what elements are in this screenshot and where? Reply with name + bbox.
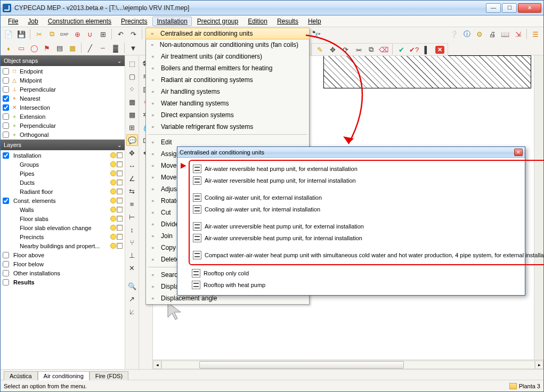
unit-option[interactable]: Air-water unreversible heat pump unit, f… [193, 232, 544, 244]
vtool-grid2-icon[interactable]: ▩ [126, 109, 138, 120]
layer-visibility-icon[interactable] [110, 216, 116, 222]
layer-checkbox[interactable] [3, 279, 9, 285]
vtool-swap-icon[interactable]: ⇆ [126, 185, 138, 197]
close-button[interactable]: ✕ [518, 3, 541, 13]
layer-visibility-icon[interactable] [110, 207, 116, 213]
layer-visibility-icon[interactable] [110, 170, 116, 176]
snap-row[interactable]: ＋ Orthogonal [1, 130, 125, 139]
menu-precinct-group[interactable]: Precinct group [193, 17, 242, 26]
menu-construction[interactable]: Construction elements [44, 17, 116, 26]
scroll-left-button[interactable]: ◂ [153, 361, 161, 369]
dropdown-item[interactable]: ▫Direct expansion systems [146, 109, 309, 121]
new-icon[interactable]: 📄 [3, 28, 14, 40]
table-icon[interactable]: ▤ [54, 42, 66, 54]
layer-row[interactable]: Radiant floor [1, 187, 125, 196]
unit-option[interactable]: Air-water reversible heat pump unit, for… [193, 175, 544, 186]
vtool-displace-icon[interactable]: ↗ [126, 293, 138, 305]
snap-row[interactable]: ＋ Extension [1, 112, 125, 121]
vtool-align-icon[interactable]: ≡ [126, 198, 138, 210]
copy-icon[interactable]: ⧉ [46, 28, 58, 40]
scroll-thumb[interactable] [199, 361, 404, 369]
snap-row[interactable]: △ Midpoint [1, 76, 125, 85]
vtool-search-icon[interactable]: 🔍 [126, 280, 138, 292]
vtool-split-icon[interactable]: ⊢ [126, 211, 138, 223]
dropdown-item[interactable]: ▫Air treatment units (air conditioners) [146, 51, 309, 62]
layer-visibility-icon[interactable] [110, 179, 116, 185]
rect-icon[interactable]: ▭ [15, 42, 27, 54]
menu-job[interactable]: Job [23, 17, 42, 26]
vtool-grid1-icon[interactable]: ▦ [126, 96, 138, 108]
vtool-branch-icon[interactable]: ⑂ [126, 236, 138, 248]
snap-checkbox[interactable] [3, 86, 9, 93]
fill-icon[interactable]: ▓ [110, 42, 121, 54]
grid-config-icon[interactable]: ⊞ [97, 28, 109, 40]
minimize-button[interactable]: — [486, 3, 501, 13]
layer-checkbox[interactable] [3, 261, 9, 267]
layer-row[interactable]: Ducts [1, 178, 125, 187]
snap-checkbox[interactable] [3, 132, 9, 138]
layer-row[interactable]: Results [1, 277, 125, 287]
snap-row[interactable]: ✕ Intersection [1, 103, 125, 112]
layer-lock-icon[interactable] [117, 243, 123, 249]
undo-icon[interactable]: ↶ [115, 28, 126, 40]
magnet-icon[interactable]: ∪ [84, 28, 96, 40]
layer-visibility-icon[interactable] [110, 234, 116, 240]
scroll-right-button[interactable]: ▸ [535, 361, 543, 369]
layer-lock-icon[interactable] [117, 198, 123, 203]
layer-row[interactable]: Nearby buildings and propert... [1, 241, 125, 250]
vtool-dims-icon[interactable]: ↔ [126, 160, 138, 172]
layer-lock-icon[interactable] [117, 189, 123, 194]
layer-checkbox[interactable] [3, 252, 9, 258]
rotate-tool-icon[interactable]: ⟳ [339, 44, 351, 55]
copy-tool-icon[interactable]: ⧉ [365, 44, 377, 55]
layer-lock-icon[interactable] [117, 207, 123, 213]
layer-visibility-icon[interactable] [110, 161, 116, 167]
layer-row[interactable]: Const. elements [1, 196, 125, 205]
save-icon[interactable]: 💾 [15, 28, 27, 40]
move-icon[interactable]: ✥ [327, 44, 338, 55]
layer-row[interactable]: Walls [1, 205, 125, 214]
stop-lite-icon[interactable]: ▌ [421, 44, 433, 55]
export-icon[interactable]: ⇲ [512, 28, 524, 40]
dropdown-item[interactable]: ▫Non-autonomous air conditioning units (… [146, 39, 309, 51]
check-icon[interactable]: ✔ [395, 44, 407, 55]
dropdown-item[interactable]: ▫Air handling systems [146, 86, 309, 97]
layer-checkbox[interactable] [3, 270, 9, 276]
snap-row[interactable]: ⌖ Nearest [1, 94, 125, 103]
vtool-dots-icon[interactable]: ⁘ [126, 83, 138, 95]
layer-checkbox[interactable] [3, 198, 9, 204]
vtool-angle2-icon[interactable]: ⟀ [126, 306, 138, 317]
floor-icon[interactable]: ▦ [67, 42, 78, 54]
layer-icon[interactable]: ⬧ [3, 42, 14, 54]
dash-icon[interactable]: ┄ [97, 42, 109, 54]
layers-title[interactable]: Layers ⌄ [1, 140, 125, 150]
vtool-angle-icon[interactable]: ∠ [126, 173, 138, 184]
unit-option[interactable]: Air-water unreversible heat pump unit, f… [193, 220, 544, 232]
tab-acustica[interactable]: Acústica [4, 371, 38, 380]
unit-option[interactable]: Cooling air-water unit, for internal ins… [193, 203, 544, 215]
menu-edition[interactable]: Edition [243, 17, 272, 26]
cut-icon[interactable]: ✂ [33, 28, 45, 40]
dropdown-item[interactable]: ▫Boilers and thermal emitters for heatin… [146, 62, 309, 74]
vtool-select-icon[interactable]: ⬚ [126, 58, 138, 69]
layer-row[interactable]: Precincts [1, 232, 125, 241]
snap-checkbox[interactable] [3, 113, 9, 120]
layer-row[interactable]: Floor below [1, 259, 125, 268]
snap-row[interactable]: ⊥ Perpendicular [1, 85, 125, 94]
layer-visibility-icon[interactable] [110, 152, 116, 158]
layer-row[interactable]: Floor slabs [1, 214, 125, 223]
layer-lock-icon[interactable] [117, 234, 123, 240]
layer-lock-icon[interactable] [117, 161, 123, 167]
snap-checkbox[interactable] [3, 68, 9, 75]
scroll-track[interactable] [161, 361, 535, 369]
layer-visibility-icon[interactable] [110, 225, 116, 231]
dropdown-item[interactable]: ▫Centralised air conditioning units [145, 28, 310, 39]
layer-checkbox[interactable] [3, 152, 9, 159]
layer-row[interactable]: Groups [1, 160, 125, 169]
vtool-comment-icon[interactable]: 💬 [126, 134, 138, 146]
unit-option[interactable]: Air-water reversible heat pump unit, for… [193, 163, 544, 175]
vtool-del-icon[interactable]: ✕ [126, 262, 138, 274]
vtool-cross-icon[interactable]: ✥ [126, 147, 138, 159]
unit-option[interactable]: Rooftop only cold [192, 267, 544, 279]
layer-lock-icon[interactable] [117, 216, 123, 222]
